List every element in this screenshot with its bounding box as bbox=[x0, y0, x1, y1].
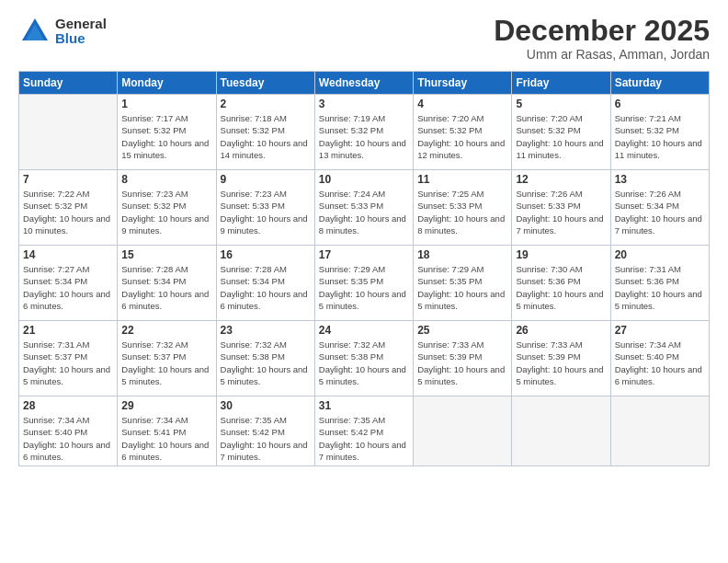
table-row: 18 Sunrise: 7:29 AM Sunset: 5:35 PM Dayl… bbox=[414, 246, 512, 321]
table-row: 23 Sunrise: 7:32 AM Sunset: 5:38 PM Dayl… bbox=[216, 321, 314, 396]
day-number: 10 bbox=[319, 173, 409, 186]
day-number: 24 bbox=[319, 324, 409, 337]
day-number: 30 bbox=[221, 399, 311, 412]
table-row: 28 Sunrise: 7:34 AM Sunset: 5:40 PM Dayl… bbox=[19, 396, 118, 466]
table-row bbox=[414, 396, 512, 466]
day-number: 2 bbox=[221, 98, 311, 110]
day-info: Sunrise: 7:31 AM Sunset: 5:37 PM Dayligh… bbox=[23, 339, 113, 387]
day-number: 5 bbox=[516, 98, 606, 110]
day-number: 26 bbox=[516, 324, 606, 337]
day-info: Sunrise: 7:32 AM Sunset: 5:37 PM Dayligh… bbox=[121, 339, 211, 387]
day-info: Sunrise: 7:34 AM Sunset: 5:40 PM Dayligh… bbox=[23, 414, 113, 463]
day-info: Sunrise: 7:18 AM Sunset: 5:32 PM Dayligh… bbox=[221, 112, 311, 161]
day-number: 4 bbox=[417, 98, 507, 110]
day-info: Sunrise: 7:26 AM Sunset: 5:33 PM Dayligh… bbox=[516, 188, 606, 236]
day-number: 27 bbox=[615, 324, 705, 337]
day-info: Sunrise: 7:17 AM Sunset: 5:32 PM Dayligh… bbox=[121, 112, 211, 161]
col-sunday: Sunday bbox=[19, 72, 118, 95]
day-info: Sunrise: 7:32 AM Sunset: 5:38 PM Dayligh… bbox=[319, 339, 409, 387]
day-info: Sunrise: 7:34 AM Sunset: 5:41 PM Dayligh… bbox=[121, 414, 211, 463]
table-row: 21 Sunrise: 7:31 AM Sunset: 5:37 PM Dayl… bbox=[19, 321, 118, 396]
table-row: 7 Sunrise: 7:22 AM Sunset: 5:32 PM Dayli… bbox=[19, 170, 118, 246]
day-number: 7 bbox=[23, 173, 113, 186]
day-number: 13 bbox=[615, 173, 705, 186]
day-number: 14 bbox=[23, 248, 113, 261]
day-number: 20 bbox=[615, 248, 705, 261]
logo: General Blue bbox=[18, 15, 107, 48]
day-info: Sunrise: 7:20 AM Sunset: 5:32 PM Dayligh… bbox=[417, 112, 507, 161]
day-number: 19 bbox=[516, 248, 606, 261]
day-number: 22 bbox=[121, 324, 211, 337]
day-info: Sunrise: 7:35 AM Sunset: 5:42 PM Dayligh… bbox=[221, 414, 311, 463]
table-row: 25 Sunrise: 7:33 AM Sunset: 5:39 PM Dayl… bbox=[414, 321, 512, 396]
table-row: 1 Sunrise: 7:17 AM Sunset: 5:32 PM Dayli… bbox=[118, 95, 216, 170]
table-row: 30 Sunrise: 7:35 AM Sunset: 5:42 PM Dayl… bbox=[216, 396, 314, 466]
day-info: Sunrise: 7:25 AM Sunset: 5:33 PM Dayligh… bbox=[417, 188, 507, 236]
location-subtitle: Umm ar Rasas, Amman, Jordan bbox=[494, 47, 710, 62]
table-row: 20 Sunrise: 7:31 AM Sunset: 5:36 PM Dayl… bbox=[610, 246, 709, 321]
col-saturday: Saturday bbox=[610, 72, 709, 95]
day-info: Sunrise: 7:29 AM Sunset: 5:35 PM Dayligh… bbox=[319, 263, 409, 312]
day-info: Sunrise: 7:23 AM Sunset: 5:33 PM Dayligh… bbox=[221, 188, 311, 236]
day-info: Sunrise: 7:30 AM Sunset: 5:36 PM Dayligh… bbox=[516, 263, 606, 312]
day-number: 8 bbox=[121, 173, 211, 186]
day-info: Sunrise: 7:20 AM Sunset: 5:32 PM Dayligh… bbox=[516, 112, 606, 161]
day-number: 29 bbox=[121, 399, 211, 412]
day-number: 18 bbox=[417, 248, 507, 261]
col-monday: Monday bbox=[118, 72, 216, 95]
table-row: 22 Sunrise: 7:32 AM Sunset: 5:37 PM Dayl… bbox=[118, 321, 216, 396]
title-block: December 2025 Umm ar Rasas, Amman, Jorda… bbox=[494, 15, 710, 62]
month-title: December 2025 bbox=[494, 15, 710, 47]
day-number: 16 bbox=[221, 248, 311, 261]
day-info: Sunrise: 7:33 AM Sunset: 5:39 PM Dayligh… bbox=[417, 339, 507, 387]
day-info: Sunrise: 7:32 AM Sunset: 5:38 PM Dayligh… bbox=[221, 339, 311, 387]
day-number: 28 bbox=[23, 399, 113, 412]
table-row: 24 Sunrise: 7:32 AM Sunset: 5:38 PM Dayl… bbox=[314, 321, 413, 396]
day-number: 15 bbox=[121, 248, 211, 261]
day-info: Sunrise: 7:26 AM Sunset: 5:34 PM Dayligh… bbox=[615, 188, 705, 236]
day-info: Sunrise: 7:31 AM Sunset: 5:36 PM Dayligh… bbox=[615, 263, 705, 312]
col-wednesday: Wednesday bbox=[314, 72, 413, 95]
table-row bbox=[610, 396, 709, 466]
day-info: Sunrise: 7:34 AM Sunset: 5:40 PM Dayligh… bbox=[615, 339, 705, 387]
table-row: 11 Sunrise: 7:25 AM Sunset: 5:33 PM Dayl… bbox=[414, 170, 512, 246]
table-row: 29 Sunrise: 7:34 AM Sunset: 5:41 PM Dayl… bbox=[118, 396, 216, 466]
col-tuesday: Tuesday bbox=[216, 72, 314, 95]
table-row: 15 Sunrise: 7:28 AM Sunset: 5:34 PM Dayl… bbox=[118, 246, 216, 321]
table-row: 4 Sunrise: 7:20 AM Sunset: 5:32 PM Dayli… bbox=[414, 95, 512, 170]
day-info: Sunrise: 7:28 AM Sunset: 5:34 PM Dayligh… bbox=[221, 263, 311, 312]
day-number: 21 bbox=[23, 324, 113, 337]
table-row bbox=[19, 95, 118, 170]
day-info: Sunrise: 7:33 AM Sunset: 5:39 PM Dayligh… bbox=[516, 339, 606, 387]
logo-text: General Blue bbox=[55, 17, 107, 47]
table-row: 6 Sunrise: 7:21 AM Sunset: 5:32 PM Dayli… bbox=[610, 95, 709, 170]
day-info: Sunrise: 7:22 AM Sunset: 5:32 PM Dayligh… bbox=[23, 188, 113, 236]
day-info: Sunrise: 7:35 AM Sunset: 5:42 PM Dayligh… bbox=[319, 414, 409, 463]
table-row: 27 Sunrise: 7:34 AM Sunset: 5:40 PM Dayl… bbox=[610, 321, 709, 396]
day-number: 1 bbox=[121, 98, 211, 110]
table-row: 31 Sunrise: 7:35 AM Sunset: 5:42 PM Dayl… bbox=[314, 396, 413, 466]
day-number: 25 bbox=[417, 324, 507, 337]
table-row: 5 Sunrise: 7:20 AM Sunset: 5:32 PM Dayli… bbox=[512, 95, 610, 170]
day-info: Sunrise: 7:28 AM Sunset: 5:34 PM Dayligh… bbox=[121, 263, 211, 312]
col-friday: Friday bbox=[512, 72, 610, 95]
logo-icon bbox=[18, 15, 51, 48]
day-number: 11 bbox=[417, 173, 507, 186]
day-info: Sunrise: 7:29 AM Sunset: 5:35 PM Dayligh… bbox=[417, 263, 507, 312]
day-info: Sunrise: 7:19 AM Sunset: 5:32 PM Dayligh… bbox=[319, 112, 409, 161]
table-row: 8 Sunrise: 7:23 AM Sunset: 5:32 PM Dayli… bbox=[118, 170, 216, 246]
table-row: 26 Sunrise: 7:33 AM Sunset: 5:39 PM Dayl… bbox=[512, 321, 610, 396]
day-number: 12 bbox=[516, 173, 606, 186]
table-row bbox=[512, 396, 610, 466]
table-row: 19 Sunrise: 7:30 AM Sunset: 5:36 PM Dayl… bbox=[512, 246, 610, 321]
table-row: 16 Sunrise: 7:28 AM Sunset: 5:34 PM Dayl… bbox=[216, 246, 314, 321]
day-info: Sunrise: 7:21 AM Sunset: 5:32 PM Dayligh… bbox=[615, 112, 705, 161]
day-number: 31 bbox=[319, 399, 409, 412]
table-row: 12 Sunrise: 7:26 AM Sunset: 5:33 PM Dayl… bbox=[512, 170, 610, 246]
calendar-header-row: Sunday Monday Tuesday Wednesday Thursday… bbox=[19, 72, 710, 95]
logo-blue-label: Blue bbox=[55, 31, 107, 47]
table-row: 17 Sunrise: 7:29 AM Sunset: 5:35 PM Dayl… bbox=[314, 246, 413, 321]
table-row: 13 Sunrise: 7:26 AM Sunset: 5:34 PM Dayl… bbox=[610, 170, 709, 246]
day-number: 17 bbox=[319, 248, 409, 261]
day-number: 6 bbox=[615, 98, 705, 110]
